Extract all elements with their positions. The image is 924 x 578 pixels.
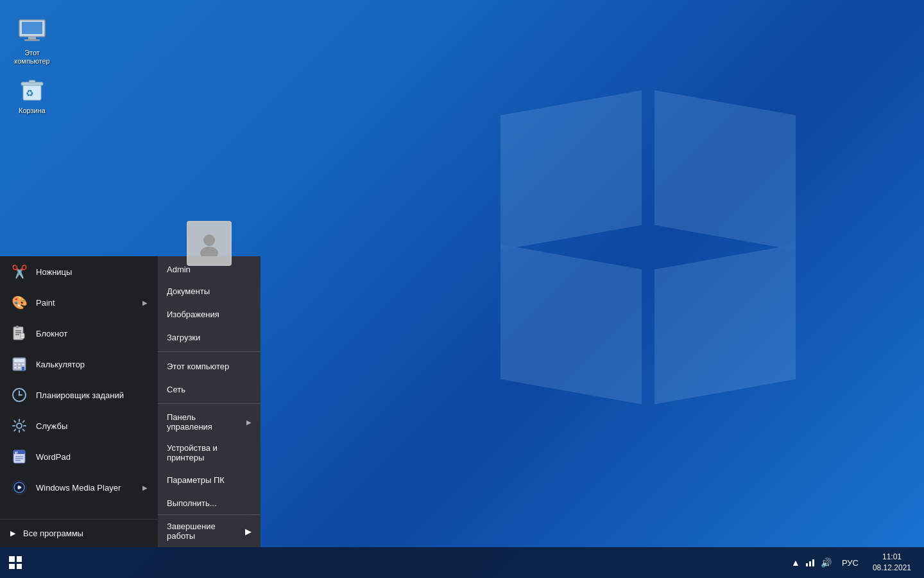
network-item[interactable]: Сеть bbox=[158, 378, 261, 401]
wordpad-icon: W bbox=[10, 448, 28, 466]
separator-1 bbox=[158, 351, 261, 352]
svg-rect-41 bbox=[806, 563, 808, 566]
network-label: Сеть bbox=[167, 385, 185, 394]
svg-rect-18 bbox=[14, 363, 17, 365]
shutdown-button[interactable]: Завершение работы ▶ bbox=[158, 515, 261, 547]
pc-settings-item[interactable]: Параметры ПК bbox=[158, 468, 261, 491]
notepad-icon bbox=[10, 324, 28, 342]
shutdown-label: Завершение работы bbox=[167, 521, 245, 541]
svg-point-39 bbox=[203, 234, 215, 246]
start-menu-left-panel: ✂️ Ножницы 🎨 Paint ▶ bbox=[0, 256, 158, 547]
task-scheduler-icon bbox=[10, 386, 28, 404]
app-wmp[interactable]: Windows Media Player ▶ bbox=[0, 472, 158, 503]
app-paint-label: Paint bbox=[36, 298, 55, 308]
start-menu-right-panel: Admin Документы Изображения Загрузки Это… bbox=[158, 256, 261, 547]
app-services[interactable]: Службы bbox=[0, 410, 158, 441]
username-label: Admin bbox=[167, 265, 191, 274]
images-label: Изображения bbox=[167, 310, 219, 319]
documents-label: Документы bbox=[167, 286, 210, 296]
svg-point-40 bbox=[200, 247, 218, 256]
devices-printers-item[interactable]: Устройства и принтеры bbox=[158, 437, 261, 468]
svg-rect-17 bbox=[14, 359, 24, 362]
svg-rect-19 bbox=[18, 363, 21, 365]
notification-area: ▲ 🔊 bbox=[787, 556, 835, 570]
windows-logo-bg bbox=[501, 103, 809, 411]
svg-rect-22 bbox=[18, 367, 21, 369]
all-programs-button[interactable]: ▶ Все программы bbox=[0, 519, 158, 547]
paint-icon: 🎨 bbox=[10, 293, 28, 311]
clock[interactable]: 11:01 08.12.2021 bbox=[865, 547, 919, 578]
downloads-label: Загрузки bbox=[167, 333, 200, 342]
svg-rect-20 bbox=[22, 363, 24, 365]
svg-rect-13 bbox=[21, 333, 24, 338]
computer-icon-label: Этоткомпьютер bbox=[14, 49, 49, 66]
app-task-scheduler[interactable]: Планировщик заданий bbox=[0, 380, 158, 410]
all-programs-label: Все программы bbox=[23, 529, 83, 538]
network-icon[interactable] bbox=[804, 556, 817, 570]
calculator-icon bbox=[10, 355, 28, 373]
scissors-icon: ✂️ bbox=[10, 263, 28, 281]
clock-date: 08.12.2021 bbox=[873, 563, 911, 574]
app-calculator-label: Калькулятор bbox=[36, 360, 85, 369]
svg-rect-43 bbox=[812, 559, 814, 566]
images-item[interactable]: Изображения bbox=[158, 302, 261, 326]
control-panel-arrow: ▶ bbox=[246, 419, 252, 426]
app-scissors-label: Ножницы bbox=[36, 267, 72, 277]
shutdown-section: Завершение работы ▶ bbox=[158, 514, 261, 547]
svg-point-27 bbox=[19, 394, 21, 396]
app-notepad-label: Блокнот bbox=[36, 329, 67, 338]
paint-arrow: ▶ bbox=[142, 299, 148, 306]
recycle-icon: ♻ bbox=[17, 73, 47, 104]
control-panel-item[interactable]: Панель управления ▶ bbox=[158, 407, 261, 437]
services-icon bbox=[10, 417, 28, 435]
svg-rect-6 bbox=[29, 80, 35, 83]
app-services-label: Службы bbox=[36, 421, 67, 431]
pc-settings-label: Параметры ПК bbox=[167, 475, 225, 485]
wmp-arrow: ▶ bbox=[142, 484, 148, 491]
svg-rect-21 bbox=[14, 367, 17, 369]
app-wordpad-label: WordPad bbox=[36, 452, 71, 462]
desktop: Этоткомпьютер ♻ Корзина ✂️ Ножницы bbox=[0, 0, 924, 578]
app-notepad[interactable]: Блокнот bbox=[0, 318, 158, 349]
svg-rect-2 bbox=[28, 37, 36, 39]
desktop-icon-recycle[interactable]: ♻ Корзина bbox=[6, 71, 58, 118]
control-panel-label: Панель управления bbox=[167, 412, 241, 432]
all-programs-arrow: ▶ bbox=[10, 529, 15, 538]
svg-rect-1 bbox=[22, 22, 42, 34]
desktop-icon-computer[interactable]: Этоткомпьютер bbox=[6, 13, 58, 68]
language-indicator[interactable]: РУС bbox=[838, 558, 862, 568]
svg-point-28 bbox=[17, 423, 22, 428]
devices-printers-label: Устройства и принтеры bbox=[167, 443, 252, 462]
start-button[interactable] bbox=[0, 547, 31, 578]
svg-text:♻: ♻ bbox=[26, 88, 34, 98]
app-scissors[interactable]: ✂️ Ножницы bbox=[0, 256, 158, 287]
hidden-icons-button[interactable]: ▲ bbox=[790, 556, 801, 569]
computer-icon bbox=[17, 15, 47, 46]
taskbar-right: ▲ 🔊 РУС 11:01 08.12.2021 bbox=[787, 547, 924, 578]
windows-start-icon bbox=[9, 556, 22, 569]
run-item[interactable]: Выполнить... bbox=[158, 491, 261, 514]
svg-rect-42 bbox=[809, 561, 811, 566]
svg-rect-9 bbox=[16, 326, 19, 328]
svg-rect-3 bbox=[24, 39, 40, 41]
app-calculator[interactable]: Калькулятор bbox=[0, 349, 158, 380]
app-wordpad[interactable]: W WordPad bbox=[0, 441, 158, 472]
wmp-icon bbox=[10, 478, 28, 496]
app-paint[interactable]: 🎨 Paint ▶ bbox=[0, 287, 158, 318]
clock-time: 11:01 bbox=[882, 552, 902, 563]
recycle-icon-label: Корзина bbox=[19, 107, 46, 115]
app-task-scheduler-label: Планировщик заданий bbox=[36, 390, 124, 400]
downloads-item[interactable]: Загрузки bbox=[158, 326, 261, 349]
shutdown-arrow: ▶ bbox=[245, 527, 252, 536]
this-computer-item[interactable]: Этот компьютер bbox=[158, 355, 261, 378]
documents-item[interactable]: Документы bbox=[158, 279, 261, 302]
volume-icon[interactable]: 🔊 bbox=[819, 556, 833, 569]
app-wmp-label: Windows Media Player bbox=[36, 483, 121, 493]
start-menu: ✂️ Ножницы 🎨 Paint ▶ bbox=[0, 256, 261, 547]
separator-2 bbox=[158, 403, 261, 404]
taskbar: ▲ 🔊 РУС 11:01 08.12.2021 bbox=[0, 547, 924, 578]
run-label: Выполнить... bbox=[167, 498, 217, 508]
svg-rect-23 bbox=[22, 367, 24, 371]
username-item[interactable]: Admin bbox=[158, 256, 261, 279]
svg-text:W: W bbox=[15, 451, 18, 455]
